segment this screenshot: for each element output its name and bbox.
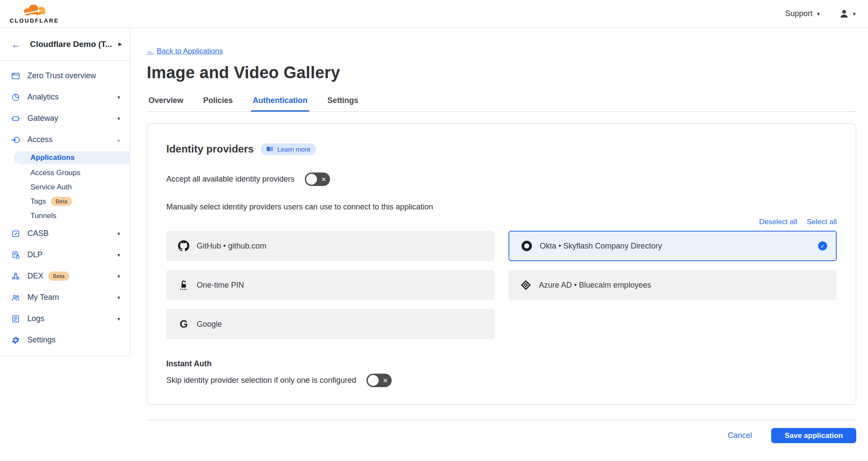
sidebar-item-label: Gateway — [27, 114, 116, 123]
sidebar-item-access[interactable]: Access ▲ — [0, 129, 130, 150]
provider-okta[interactable]: Okta • Skyflash Company Directory ✓ — [508, 231, 837, 261]
accept-all-toggle[interactable]: ✕ — [305, 172, 330, 186]
sidebar-item-service-auth[interactable]: Service Auth — [0, 180, 130, 194]
sidebar-account-header: ← Cloudflare Demo (T... ▶ — [0, 28, 130, 61]
back-to-applications-link[interactable]: ← Back to Applications — [147, 47, 223, 56]
box-check-icon — [11, 229, 20, 239]
tab-overview[interactable]: Overview — [147, 96, 185, 112]
provider-github[interactable]: GitHub • github.com — [166, 231, 495, 261]
instant-auth-toggle[interactable]: ✕ — [366, 374, 392, 387]
cancel-button[interactable]: Cancel — [728, 431, 752, 440]
tab-bar: Overview Policies Authentication Setting… — [147, 96, 856, 112]
toggle-off-x-icon: ✕ — [321, 176, 326, 182]
tab-policies[interactable]: Policies — [201, 96, 234, 112]
page-title: Image and Video Gallery — [147, 63, 856, 82]
gear-icon — [11, 335, 20, 345]
sidebar-item-logs[interactable]: Logs ▼ — [0, 308, 130, 329]
provider-label: GitHub • github.com — [197, 242, 266, 251]
provider-google[interactable]: G Google — [166, 309, 495, 339]
select-all-link[interactable]: Select all — [807, 218, 837, 226]
chevron-down-icon: ▼ — [116, 316, 121, 322]
user-menu[interactable]: ▼ — [839, 9, 857, 19]
sidebar-subitem-label: Tunnels — [30, 212, 56, 220]
instant-auth-label: Skip identity provider selection if only… — [166, 376, 356, 385]
sidebar-item-settings[interactable]: Settings — [0, 329, 130, 351]
footer-divider — [147, 420, 856, 420]
save-application-button[interactable]: Save application — [771, 428, 856, 443]
chevron-down-icon: ▼ — [116, 95, 121, 100]
back-arrow-icon[interactable]: ← — [11, 39, 21, 50]
sidebar-item-analytics[interactable]: Analytics ▼ — [0, 86, 130, 108]
cloudflare-cloud-icon — [20, 3, 49, 18]
cloudflare-logo: CLOUDFLARE — [7, 3, 62, 24]
sidebar-item-applications[interactable]: Applications — [14, 151, 130, 164]
sidebar-item-dex[interactable]: DEX Beta ▼ — [0, 265, 130, 287]
sidebar-item-my-team[interactable]: My Team ▼ — [0, 287, 130, 308]
sidebar-subitem-label: Service Auth — [30, 183, 72, 192]
document-lines-icon — [11, 314, 20, 324]
deselect-all-link[interactable]: Deselect all — [759, 218, 797, 226]
toggle-knob — [368, 375, 379, 386]
footer-actions: Cancel Save application — [147, 428, 856, 443]
sidebar-subitem-label: Access Groups — [30, 169, 80, 177]
beta-badge: Beta — [51, 197, 72, 206]
access-arrow-icon — [11, 135, 20, 145]
google-g-icon: G — [178, 318, 190, 330]
learn-more-label: Learn more — [277, 146, 310, 153]
chevron-down-icon: ▼ — [116, 116, 121, 121]
tab-authentication[interactable]: Authentication — [251, 96, 309, 112]
sidebar-item-label: CASB — [27, 229, 116, 238]
sidebar-item-tunnels[interactable]: Tunnels — [0, 209, 130, 223]
provider-label: One-time PIN — [197, 281, 244, 290]
provider-grid: GitHub • github.com Okta • Skyflash Comp… — [166, 231, 837, 339]
support-label: Support — [785, 9, 812, 18]
brand-wordmark: CLOUDFLARE — [10, 17, 59, 24]
chevron-right-icon[interactable]: ▶ — [119, 41, 122, 47]
provider-label: Azure AD • Bluecalm employees — [539, 281, 651, 290]
toggle-knob — [306, 174, 317, 185]
pie-chart-icon — [11, 93, 20, 102]
access-sub-menu: Applications Access Groups Service Auth … — [0, 151, 130, 223]
top-bar: CLOUDFLARE Support ▼ ▼ — [0, 0, 868, 28]
provider-label: Okta • Skyflash Company Directory — [540, 242, 662, 251]
sidebar: ← Cloudflare Demo (T... ▶ Zero Trust ove… — [0, 28, 130, 356]
provider-label: Google — [197, 320, 222, 329]
sidebar-item-gateway[interactable]: Gateway ▼ — [0, 108, 130, 129]
beta-badge: Beta — [48, 272, 69, 281]
sidebar-item-tags[interactable]: Tags Beta — [0, 194, 130, 209]
sidebar-nav: Zero Trust overview Analytics ▼ Gateway … — [0, 61, 130, 351]
arrow-left-icon: ← — [147, 47, 154, 56]
chevron-down-icon: ▼ — [852, 11, 857, 17]
sidebar-item-label: Settings — [27, 335, 121, 345]
window-icon — [11, 71, 20, 81]
sidebar-subitem-label: Applications — [30, 153, 75, 162]
github-icon — [178, 240, 190, 252]
sidebar-item-label: Logs — [27, 314, 116, 323]
learn-more-badge[interactable]: Learn more — [261, 143, 316, 155]
sidebar-item-label: DEX — [27, 272, 43, 281]
chevron-down-icon: ▼ — [816, 11, 821, 17]
sidebar-item-access-groups[interactable]: Access Groups — [0, 166, 130, 180]
main-content: ← Back to Applications Image and Video G… — [130, 28, 868, 461]
tab-settings[interactable]: Settings — [326, 96, 360, 112]
manual-select-label: Manually select identity providers users… — [166, 202, 837, 212]
azure-ad-icon — [520, 279, 532, 291]
provider-one-time-pin[interactable]: One-time PIN — [166, 270, 495, 300]
support-menu[interactable]: Support ▼ — [785, 9, 821, 18]
one-time-pin-lock-icon — [178, 279, 190, 291]
sidebar-item-zero-trust-overview[interactable]: Zero Trust overview — [0, 65, 130, 86]
gateway-icon — [11, 114, 20, 123]
chevron-down-icon: ▼ — [116, 252, 121, 258]
account-name[interactable]: Cloudflare Demo (T... — [30, 40, 119, 49]
instant-auth-heading: Instant Auth — [166, 359, 837, 368]
user-icon — [839, 9, 849, 19]
provider-azure-ad[interactable]: Azure AD • Bluecalm employees — [508, 270, 837, 300]
okta-icon — [521, 240, 533, 252]
chevron-down-icon: ▼ — [116, 274, 121, 279]
accept-all-label: Accept all available identity providers — [166, 175, 294, 184]
sidebar-item-label: Zero Trust overview — [27, 71, 121, 80]
sidebar-item-dlp[interactable]: DLP ▼ — [0, 244, 130, 265]
zero-trust-dashboard: CLOUDFLARE Support ▼ ▼ ← Cloudflare Demo… — [0, 0, 868, 461]
sidebar-item-casb[interactable]: CASB ▼ — [0, 223, 130, 244]
document-lock-icon — [11, 250, 20, 260]
